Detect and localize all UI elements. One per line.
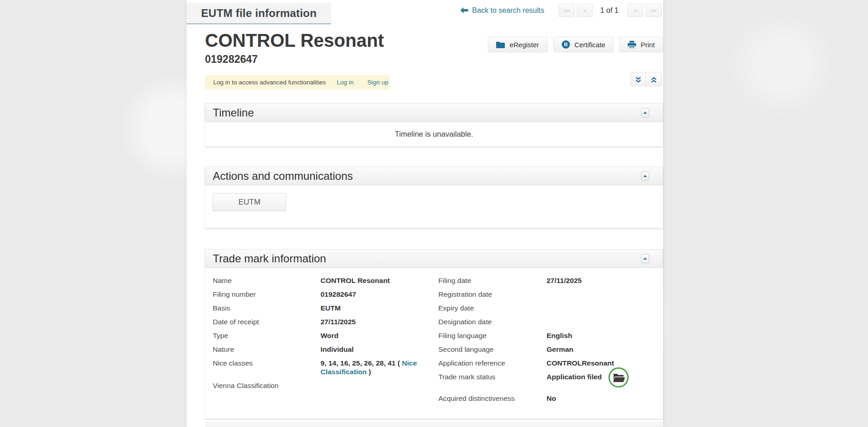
field-row-trademark-status: Trade mark status Application filed: [438, 372, 663, 381]
pager-next-icon: »: [634, 7, 636, 14]
registered-mark-icon: R: [562, 40, 570, 49]
pager-last-button[interactable]: »»: [646, 4, 662, 17]
eregister-button[interactable]: eRegister: [488, 37, 547, 52]
field-row-date-of-receipt: Date of receipt 27/11/2025: [205, 317, 438, 326]
trademark-number: 019282647: [205, 53, 663, 66]
field-label: Filing language: [438, 331, 547, 340]
eutm-file-page: { "page": { "tab_title": "EUTM file info…: [0, 0, 868, 427]
field-label: Nice classes: [205, 359, 321, 376]
timeline-section-title: Timeline: [205, 106, 254, 119]
eutm-tab-label: EUTM: [238, 198, 260, 207]
eregister-label: eRegister: [509, 41, 539, 49]
trademark-info-right-column: Filing date 27/11/2025 Registration date…: [438, 276, 663, 408]
next-section-header-sliver: [205, 422, 663, 427]
field-value: English: [547, 331, 572, 340]
login-prompt-bar: Log in to access advanced functionalitie…: [205, 75, 390, 89]
timeline-section-header[interactable]: Timeline: [205, 103, 663, 122]
field-label: Application reference: [438, 359, 547, 367]
field-label: Basis: [205, 304, 321, 312]
folder-icon: [496, 41, 505, 48]
timeline-collapse-button[interactable]: [641, 108, 649, 117]
expand-all-button[interactable]: [630, 72, 646, 86]
field-label: Nature: [205, 345, 321, 354]
svg-text:R: R: [564, 42, 568, 47]
field-label: Name: [205, 276, 321, 285]
pager-prev-button[interactable]: «: [577, 4, 593, 17]
back-link-label: Back to search results: [472, 6, 544, 15]
certificate-label: Certificate: [575, 41, 606, 49]
field-row-nice-classes: Nice classes 9, 14, 16, 25, 26, 28, 41 (…: [205, 359, 438, 376]
back-arrow-icon: [460, 7, 468, 13]
field-value: [321, 381, 433, 390]
field-label: Registration date: [438, 290, 547, 299]
field-value: Word: [321, 331, 433, 340]
login-prompt-message: Log in to access advanced functionalitie…: [213, 79, 326, 86]
trademark-section-header[interactable]: Trade mark information: [205, 249, 663, 268]
field-row-application-reference: Application reference CONTROLResonant: [438, 359, 663, 367]
field-label: Filing date: [438, 276, 547, 285]
collapse-all-button[interactable]: [646, 72, 662, 86]
actions-section-body: EUTM: [205, 185, 663, 228]
field-row-designation-date: Designation date: [438, 317, 663, 326]
field-value: Application filed: [547, 372, 629, 381]
field-label: Filing number: [205, 290, 321, 299]
timeline-section-body: Timeline is unavailable.: [205, 122, 663, 146]
print-button[interactable]: Print: [619, 37, 663, 52]
field-value: 9, 14, 16, 25, 26, 28, 41 ( Nice Classif…: [321, 359, 433, 376]
field-value: German: [547, 345, 574, 354]
double-chevron-up-icon: [651, 76, 657, 83]
field-row-vienna-classification: Vienna Classification: [205, 381, 438, 390]
field-label: Designation date: [438, 317, 547, 326]
certificate-button[interactable]: R Certificate: [553, 37, 614, 52]
trademark-collapse-button[interactable]: [641, 254, 649, 263]
pager-position-label: 1 of 1: [600, 6, 619, 15]
pager-first-icon: ««: [564, 7, 569, 14]
main-content-panel: EUTM file information Back to search res…: [187, 0, 663, 427]
expand-collapse-controls: [630, 72, 662, 86]
printer-icon: [628, 41, 636, 48]
actions-collapse-button[interactable]: [641, 172, 649, 181]
field-label: Second language: [438, 345, 547, 354]
print-label: Print: [641, 41, 655, 49]
pager-next-button[interactable]: »: [627, 4, 643, 17]
nice-classes-list: 9, 14, 16, 25, 26, 28, 41 (: [321, 359, 402, 367]
field-row-acquired-distinctiveness: Acquired distinctiveness No: [438, 394, 663, 403]
field-row-expiry-date: Expiry date: [438, 304, 663, 312]
field-row-type: Type Word: [205, 331, 438, 340]
sign-up-link[interactable]: Sign up: [367, 79, 388, 86]
trademark-status-value: Application filed: [547, 373, 602, 381]
top-navigation: Back to search results «« « 1 of 1 » »»: [460, 4, 662, 17]
field-label: Acquired distinctiveness: [438, 394, 547, 403]
field-row-nature: Nature Individual: [205, 345, 438, 354]
chevron-up-icon: [643, 257, 647, 260]
field-label: Date of receipt: [205, 317, 321, 326]
field-value: CONTROLResonant: [547, 359, 614, 367]
field-value: 27/11/2025: [321, 317, 433, 326]
back-to-search-results-link[interactable]: Back to search results: [460, 6, 544, 15]
actions-section-header[interactable]: Actions and communications: [205, 166, 663, 185]
field-value: 019282647: [321, 290, 433, 299]
result-pager: «« « 1 of 1 » »»: [556, 4, 662, 17]
timeline-section: Timeline Timeline is unavailable.: [205, 103, 663, 146]
chevron-up-icon: [643, 175, 647, 177]
double-chevron-down-icon: [635, 76, 641, 83]
eutm-tab-button[interactable]: EUTM: [213, 193, 286, 211]
field-value: No: [547, 394, 556, 403]
field-row-second-language: Second language German: [438, 345, 663, 354]
log-in-link[interactable]: Log in: [337, 79, 354, 86]
pager-prev-icon: «: [583, 7, 586, 14]
field-value: CONTROL Resonant: [321, 276, 433, 285]
field-row-filing-date: Filing date 27/11/2025: [438, 276, 663, 285]
field-label: Vienna Classification: [205, 381, 321, 390]
field-value: Individual: [321, 345, 433, 354]
pager-first-button[interactable]: ««: [558, 4, 575, 17]
chevron-up-icon: [643, 111, 647, 114]
pager-last-icon: »»: [651, 7, 656, 14]
trademark-section-body: Name CONTROL Resonant Filing number 0192…: [205, 268, 663, 419]
field-label: Expiry date: [438, 304, 547, 312]
timeline-empty-message: Timeline is unavailable.: [395, 130, 473, 139]
trademark-information-section: Trade mark information Name CONTROL Reso…: [205, 249, 663, 419]
field-row-basis: Basis EUTM: [205, 304, 438, 312]
trademark-section-title: Trade mark information: [205, 252, 326, 265]
field-row-filing-number: Filing number 019282647: [205, 290, 438, 299]
